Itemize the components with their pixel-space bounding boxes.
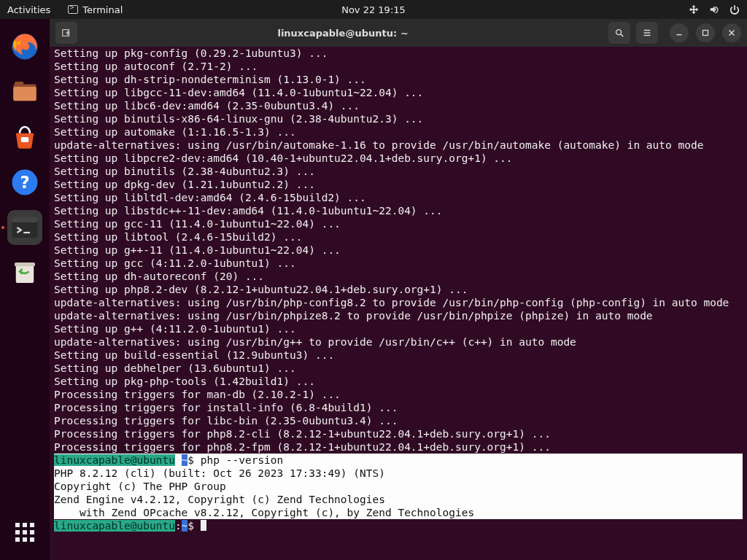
terminal-output-line: Setting up pkg-php-tools (1.42build1) ..… <box>54 375 743 388</box>
terminal-output-line: Setting up php8.2-dev (8.2.12-1+ubuntu22… <box>54 283 743 296</box>
terminal-output-line: Setting up autoconf (2.71-2) ... <box>54 60 743 73</box>
terminal-output-line: Setting up libtool (2.4.6-15build2) ... <box>54 230 743 244</box>
terminal-output-line: Processing triggers for libc-bin (2.35-0… <box>54 414 743 427</box>
dock-app-software[interactable] <box>7 120 42 155</box>
terminal-output-line: PHP 8.2.12 (cli) (built: Oct 26 2023 17:… <box>54 467 743 480</box>
terminal-output-line: update-alternatives: using /usr/bin/auto… <box>54 139 743 152</box>
terminal-output-line: Setting up binutils (2.38-4ubuntu2.3) ..… <box>54 165 743 178</box>
new-tab-button[interactable] <box>55 22 77 44</box>
command-text: php --version <box>201 454 284 466</box>
volume-icon <box>709 4 719 15</box>
terminal-output-line: Setting up libgcc-11-dev:amd64 (11.4.0-1… <box>54 86 743 99</box>
svg-point-16 <box>616 30 622 35</box>
search-button[interactable] <box>608 22 630 44</box>
svg-rect-8 <box>12 217 38 222</box>
highlighted-selection: linuxcapable@ubuntu:~$ php --versionPHP … <box>54 454 743 519</box>
network-icon <box>689 4 699 15</box>
terminal-output-line: Setting up libpcre2-dev:amd64 (10.40-1+u… <box>54 152 743 165</box>
prompt-sep: : <box>175 520 182 532</box>
terminal-output-line: update-alternatives: using /usr/bin/php-… <box>54 296 743 309</box>
close-button[interactable] <box>722 23 741 42</box>
terminal-output-line: Setting up debhelper (13.6ubuntu1) ... <box>54 362 743 375</box>
terminal-output-line: Setting up gcc (4:11.2.0-1ubuntu1) ... <box>54 257 743 270</box>
terminal-output-line: update-alternatives: using /usr/bin/phpi… <box>54 309 743 322</box>
status-area[interactable] <box>689 4 740 15</box>
ubuntu-dock: ? <box>0 19 50 560</box>
prompt-sigil: $ <box>187 520 200 532</box>
terminal-output-line: Processing triggers for man-db (2.10.2-1… <box>54 388 743 401</box>
terminal-icon <box>68 5 78 14</box>
terminal-output-line: Copyright (c) The PHP Group <box>54 480 743 493</box>
window-titlebar: linuxcapable@ubuntu: ~ <box>50 19 747 47</box>
terminal-output-line: Setting up g++-11 (11.4.0-1ubuntu1~22.04… <box>54 244 743 257</box>
maximize-button[interactable] <box>696 23 715 42</box>
terminal-output-line: Processing triggers for php8.2-cli (8.2.… <box>54 427 743 440</box>
terminal-output-line: Setting up libstdc++-11-dev:amd64 (11.4.… <box>54 204 743 217</box>
terminal-output-line: Setting up dh-autoreconf (20) ... <box>54 270 743 283</box>
terminal-output-line: Setting up automake (1:1.16.5-1.3) ... <box>54 125 743 139</box>
svg-rect-3 <box>15 82 23 87</box>
terminal-output-line: update-alternatives: using /usr/bin/g++ … <box>54 335 743 349</box>
show-applications-button[interactable] <box>10 518 39 547</box>
activities-button[interactable]: Activities <box>7 4 50 15</box>
svg-rect-22 <box>703 31 708 36</box>
prompt-line[interactable]: linuxcapable@ubuntu:~$ <box>54 519 743 532</box>
hamburger-menu-button[interactable] <box>636 22 658 44</box>
prompt-sigil: $ <box>187 454 200 466</box>
terminal-output-line: Processing triggers for install-info (6.… <box>54 401 743 414</box>
dock-app-terminal[interactable] <box>7 210 42 245</box>
dock-app-help[interactable]: ? <box>7 165 42 200</box>
window-title: linuxcapable@ubuntu: ~ <box>83 28 603 39</box>
terminal-output-line: Setting up pkg-config (0.29.2-1ubuntu3) … <box>54 47 743 60</box>
terminal-output-line: with Zend OPcache v8.2.12, Copyright (c)… <box>54 506 743 519</box>
terminal-output-line: Setting up binutils-x86-64-linux-gnu (2.… <box>54 112 743 125</box>
svg-rect-2 <box>13 87 36 101</box>
svg-line-17 <box>621 34 624 37</box>
terminal-output-line: Setting up dh-strip-nondeterminism (1.13… <box>54 73 743 86</box>
power-icon <box>729 4 740 15</box>
terminal-output-line: Setting up build-essential (12.9ubuntu3)… <box>54 349 743 362</box>
dock-app-trash[interactable] <box>7 255 42 290</box>
terminal-output-line: Setting up gcc-11 (11.4.0-1ubuntu1~22.04… <box>54 217 743 230</box>
appmenu-terminal[interactable]: Terminal <box>68 4 123 15</box>
prompt-userhost: linuxcapable@ubuntu <box>54 520 175 532</box>
svg-rect-4 <box>21 137 29 142</box>
svg-rect-11 <box>15 262 35 266</box>
dock-app-firefox[interactable] <box>7 29 42 64</box>
clock[interactable]: Nov 22 19:15 <box>341 4 406 15</box>
appmenu-label: Terminal <box>82 4 123 15</box>
minimize-button[interactable] <box>670 23 689 42</box>
prompt-sep: : <box>175 454 182 466</box>
terminal-output-line: Setting up libltdl-dev:amd64 (2.4.6-15bu… <box>54 191 743 204</box>
dock-app-files[interactable] <box>7 74 42 109</box>
gnome-top-bar: Activities Terminal Nov 22 19:15 <box>0 0 747 19</box>
cursor <box>201 520 206 531</box>
terminal-output-line: Setting up dpkg-dev (1.21.1ubuntu2.2) ..… <box>54 178 743 191</box>
terminal-output-line: Processing triggers for php8.2-fpm (8.2.… <box>54 440 743 454</box>
terminal-output-line: Setting up libc6-dev:amd64 (2.35-0ubuntu… <box>54 99 743 112</box>
terminal-viewport[interactable]: Setting up pkg-config (0.29.2-1ubuntu3) … <box>50 47 747 560</box>
terminal-output-line: Zend Engine v4.2.12, Copyright (c) Zend … <box>54 493 743 506</box>
svg-text:?: ? <box>20 173 29 192</box>
terminal-window: linuxcapable@ubuntu: ~ Setting up pkg-co… <box>50 19 747 560</box>
terminal-output-line: Setting up g++ (4:11.2.0-1ubuntu1) ... <box>54 322 743 335</box>
prompt-userhost: linuxcapable@ubuntu <box>54 454 175 466</box>
